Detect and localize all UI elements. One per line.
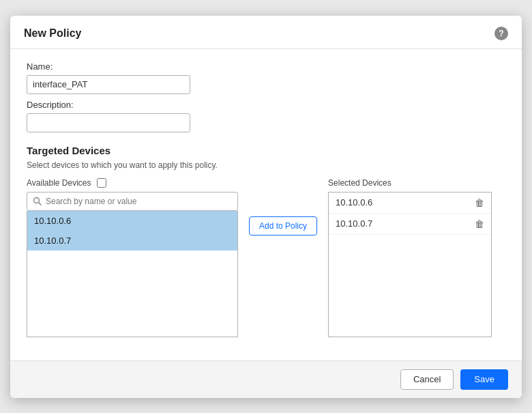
selected-label: Selected Devices — [328, 178, 391, 188]
selected-devices-col: Selected Devices 10.10.0.6 🗑 10.10.0.7 🗑 — [328, 178, 492, 337]
help-icon[interactable]: ? — [494, 27, 508, 40]
cancel-button[interactable]: Cancel — [400, 369, 454, 390]
selected-col-header: Selected Devices — [328, 178, 492, 188]
available-col-header: Available Devices — [27, 178, 238, 188]
list-item[interactable]: 10.10.0.7 — [27, 231, 237, 251]
selected-item-value: 10.10.0.7 — [336, 218, 372, 229]
save-button[interactable]: Save — [460, 369, 508, 390]
dialog-title: New Policy — [24, 27, 81, 40]
dialog-header: New Policy ? — [10, 16, 522, 49]
description-label: Description: — [27, 100, 505, 110]
name-label: Name: — [27, 61, 505, 72]
search-input[interactable] — [46, 197, 232, 206]
delete-icon[interactable]: 🗑 — [475, 218, 484, 229]
available-label: Available Devices — [27, 178, 91, 188]
search-box — [27, 192, 238, 211]
available-select-all-checkbox[interactable] — [97, 178, 106, 188]
svg-line-1 — [39, 203, 42, 205]
name-input[interactable] — [27, 75, 190, 94]
targeted-devices-title: Targeted Devices — [27, 145, 505, 156]
selected-item-value: 10.10.0.6 — [336, 197, 372, 208]
targeted-devices-desc: Select devices to which you want to appl… — [27, 160, 505, 170]
delete-icon[interactable]: 🗑 — [475, 197, 484, 208]
selected-item: 10.10.0.7 🗑 — [329, 214, 491, 235]
available-devices-col: Available Devices 10.10.0.6 10.10.0.7 — [27, 178, 238, 337]
selected-item: 10.10.0.6 🗑 — [329, 193, 491, 214]
new-policy-dialog: New Policy ? Name: Description: Targeted… — [10, 16, 522, 398]
list-item[interactable]: 10.10.0.6 — [27, 211, 237, 231]
add-to-policy-button[interactable]: Add to Policy — [249, 216, 317, 236]
selected-list: 10.10.0.6 🗑 10.10.0.7 🗑 — [328, 192, 492, 337]
description-input[interactable] — [27, 113, 190, 132]
description-field-group: Description: — [27, 100, 505, 132]
dialog-footer: Cancel Save — [10, 360, 522, 398]
name-field-group: Name: — [27, 61, 505, 94]
available-list: 10.10.0.6 10.10.0.7 — [27, 211, 238, 337]
search-icon — [33, 197, 42, 205]
add-btn-col: Add to Policy — [249, 178, 317, 236]
dialog-body: Name: Description: Targeted Devices Sele… — [10, 49, 522, 360]
devices-row: Available Devices 10.10.0.6 10.10.0.7 — [27, 178, 505, 337]
